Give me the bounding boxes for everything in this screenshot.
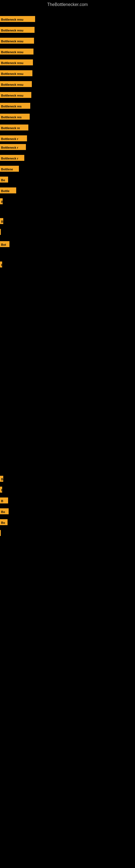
bar-item: Bottleneck r — [0, 155, 27, 161]
bar-item: Bottleneck resu — [0, 27, 37, 33]
bar-item: B — [0, 487, 4, 493]
bar-label: Bottleneck resu — [0, 59, 33, 65]
bar-label: Bottleneck resu — [0, 27, 35, 33]
bar-item: B — [0, 261, 5, 268]
bar-label: B — [0, 198, 3, 204]
bar-label: B — [0, 218, 3, 224]
site-title: TheBottlenecker.com — [0, 0, 135, 9]
bar-label: Bot — [0, 241, 9, 247]
bar-item: Bottle — [0, 187, 19, 193]
bar-item: B — [0, 476, 6, 482]
bar-label: Bottle — [0, 187, 16, 193]
bar-label: Bo — [0, 519, 8, 525]
bar-label: Bottleneck resu — [0, 70, 32, 76]
bar-item: Bo — [0, 177, 11, 183]
bar-item: Bottleneck resu — [0, 38, 37, 44]
bar-label: Bottleneck resu — [0, 16, 35, 22]
bar-label: Bottleneck resu — [0, 38, 34, 44]
bar-item: Bottleneck res — [0, 103, 33, 109]
bar-item: Bottleneck r — [0, 135, 30, 141]
bar-item: Bottleneck res — [0, 114, 32, 120]
bar-label: Bo — [0, 177, 8, 183]
bar-item: Bottleneck re — [0, 124, 31, 130]
bar-label: Bottleneck resu — [0, 92, 31, 98]
bar-item: B — [0, 198, 5, 204]
bar-label: Bottleneck res — [0, 114, 30, 120]
bar-item — [0, 530, 3, 536]
bar-label: Bottleneck resu — [0, 81, 32, 87]
bar-item: Bottleneck resu — [0, 59, 36, 65]
bar-label: B — [0, 476, 3, 482]
bar-item: Bo — [0, 519, 10, 525]
bar-item: Bot — [0, 241, 12, 247]
bar-item: Bo — [0, 508, 11, 514]
bar-label: Bo — [0, 508, 9, 514]
bar-label: Bottleneck r — [0, 144, 26, 150]
bar-label: Bottleneck r — [0, 135, 27, 141]
bar-label: Bottlene — [0, 166, 19, 172]
bar-label: B — [0, 487, 2, 493]
bar-item: Bottlene — [0, 166, 21, 172]
bar-item: Bottleneck resu — [0, 49, 36, 55]
bar-item — [0, 229, 3, 235]
bar-label: Bottleneck re — [0, 124, 28, 130]
bar-item: Bottleneck resu — [0, 70, 35, 76]
bar-item: B — [0, 218, 6, 224]
bar-label: Bottleneck r — [0, 155, 24, 161]
bar-item: Bottleneck resu — [0, 81, 35, 87]
bar-item: Bottleneck resu — [0, 16, 38, 22]
bar-item: B — [0, 497, 11, 503]
bar-label: Bottleneck res — [0, 103, 30, 109]
bar-label: Bottleneck resu — [0, 49, 34, 55]
bar-label: B — [0, 497, 8, 503]
bar-item: Bottleneck resu — [0, 92, 34, 98]
bar-label: B — [0, 261, 2, 268]
bar-item: Bottleneck r — [0, 144, 29, 150]
